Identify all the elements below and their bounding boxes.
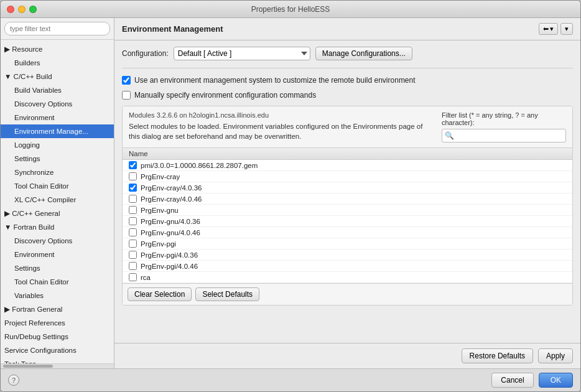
sidebar-item-service-configurations[interactable]: Service Configurations [1, 343, 114, 357]
maximize-button[interactable] [29, 6, 37, 13]
module-checkbox[interactable] [129, 184, 137, 192]
bottom-right-buttons: Cancel OK [491, 373, 573, 388]
sidebar-item-cpp-build[interactable]: ▼ C/C++ Build [1, 70, 114, 83]
restore-defaults-button[interactable]: Restore Defaults [462, 348, 533, 363]
modules-list-container: Name pmi/3.0.0=1.0000.8661.28.2807.gemPr… [123, 148, 572, 283]
sidebar-item-synchronize[interactable]: Synchronize [1, 166, 114, 179]
filter-input[interactable] [4, 22, 110, 35]
forward-button[interactable]: ▾ [560, 23, 573, 35]
tree-area: ▶ Resource Builders ▼ C/C++ Build Build … [1, 40, 114, 363]
module-checkbox[interactable] [129, 251, 137, 259]
sidebar-item-run-debug-settings[interactable]: Run/Debug Settings [1, 330, 114, 343]
sidebar-item-cpp-general[interactable]: ▶ C/C++ General [1, 207, 114, 220]
module-checkbox[interactable] [129, 206, 137, 214]
sidebar-item-discovery-options-1[interactable]: Discovery Options [1, 97, 114, 111]
sidebar-item-settings[interactable]: Settings [1, 152, 114, 166]
module-checkbox[interactable] [129, 195, 137, 203]
module-list-item: PrgEnv-cray/4.0.36 [123, 182, 572, 194]
manage-configurations-button[interactable]: Manage Configurations... [315, 47, 412, 60]
sidebar-item-tool-chain-editor-1[interactable]: Tool Chain Editor [1, 179, 114, 193]
module-name: PrgEnv-gnu/4.0.36 [141, 218, 200, 225]
module-checkbox[interactable] [129, 240, 137, 248]
sidebar-item-build-variables[interactable]: Build Variables [1, 83, 114, 97]
sidebar-item-logging[interactable]: Logging [1, 138, 114, 152]
sidebar-item-settings-2[interactable]: Settings [1, 261, 114, 275]
help-button[interactable]: ? [8, 375, 19, 386]
filter-box [1, 18, 114, 40]
window-title: Properties for HelloESS [251, 5, 330, 14]
sidebar-item-project-references[interactable]: Project References [1, 316, 114, 330]
clear-selection-button[interactable]: Clear Selection [128, 287, 192, 301]
sidebar: ▶ Resource Builders ▼ C/C++ Build Build … [1, 18, 114, 368]
cancel-button[interactable]: Cancel [491, 373, 533, 388]
modules-list: pmi/3.0.0=1.0000.8661.28.2807.gemPrgEnv-… [123, 160, 572, 283]
module-list-item: rca [123, 272, 572, 283]
sidebar-item-tool-chain-editor-2[interactable]: Tool Chain Editor [1, 275, 114, 289]
module-checkbox[interactable] [129, 161, 137, 169]
window: Properties for HelloESS ▶ Resource Build… [0, 0, 581, 392]
module-list-item: PrgEnv-cray/4.0.46 [123, 194, 572, 205]
module-checkbox[interactable] [129, 228, 137, 236]
sidebar-scrollbar-container [1, 363, 114, 368]
config-label: Configuration: [122, 49, 169, 58]
forward-icon: ▾ [565, 25, 569, 33]
traffic-lights [7, 6, 37, 13]
back-button[interactable]: ⬅ ▾ [539, 23, 558, 35]
sidebar-scrollbar[interactable] [3, 365, 53, 368]
config-select[interactable]: Default [ Active ] [174, 47, 310, 60]
filter-list-area: Filter list (* = any string, ? = any cha… [442, 111, 566, 142]
modules-buttons: Clear Selection Select Defaults [123, 283, 572, 305]
minimize-button[interactable] [18, 6, 26, 13]
module-list-item: pmi/3.0.0=1.0000.8661.28.2807.gem [123, 160, 572, 171]
manually-specify-row: Manually specify environment configurati… [122, 91, 573, 100]
nav-buttons: ⬅ ▾ ▾ [539, 23, 573, 35]
module-checkbox[interactable] [129, 217, 137, 225]
close-button[interactable] [7, 6, 14, 13]
title-bar: Properties for HelloESS [1, 1, 580, 18]
module-name: PrgEnv-cray/4.0.36 [141, 184, 202, 192]
panel-header: Environment Management ⬅ ▾ ▾ [114, 18, 580, 40]
use-env-management-checkbox[interactable] [122, 76, 131, 85]
panel-content: Configuration: Default [ Active ] Manage… [114, 40, 580, 343]
sidebar-item-builders[interactable]: Builders [1, 56, 114, 70]
filter-search-input[interactable] [454, 129, 563, 142]
module-list-item: PrgEnv-cray [123, 171, 572, 182]
modules-desc: Select modules to be loaded. Environment… [129, 121, 435, 141]
module-checkbox[interactable] [129, 172, 137, 180]
use-env-management-label: Use an environment management system to … [134, 76, 416, 85]
module-checkbox[interactable] [129, 262, 137, 270]
apply-button[interactable]: Apply [538, 348, 573, 363]
module-name: rca [141, 274, 151, 281]
modules-host: Modules 3.2.6.6 on h2ologin1.ncsa.illino… [129, 111, 435, 119]
module-name: PrgEnv-pgi [141, 240, 176, 248]
content-area: ▶ Resource Builders ▼ C/C++ Build Build … [1, 18, 580, 368]
modules-table-header: Name [123, 148, 572, 160]
sidebar-item-fortran-general[interactable]: ▶ Fortran General [1, 302, 114, 316]
module-list-item: PrgEnv-gnu/4.0.36 [123, 216, 572, 227]
sidebar-item-fortran-build[interactable]: ▼ Fortran Build [1, 220, 114, 234]
separator-1 [122, 68, 573, 68]
modules-info: Modules 3.2.6.6 on h2ologin1.ncsa.illino… [129, 111, 435, 141]
sidebar-item-variables[interactable]: Variables [1, 289, 114, 302]
manually-specify-checkbox[interactable] [122, 91, 131, 100]
ok-button[interactable]: OK [539, 373, 573, 388]
panel-title: Environment Management [122, 24, 223, 34]
module-name: PrgEnv-cray [141, 173, 180, 180]
sidebar-item-resource[interactable]: ▶ Resource [1, 42, 114, 56]
module-name: PrgEnv-gnu/4.0.46 [141, 229, 200, 236]
config-row: Configuration: Default [ Active ] Manage… [122, 47, 573, 60]
sidebar-item-discovery-options-2[interactable]: Discovery Options [1, 234, 114, 248]
bottom-bar: ? Cancel OK [1, 368, 580, 391]
module-checkbox[interactable] [129, 273, 137, 281]
sidebar-item-environment-manage[interactable]: Environment Manage... [1, 124, 114, 138]
manually-specify-label: Manually specify environment configurati… [134, 91, 316, 100]
use-env-management-row: Use an environment management system to … [122, 76, 573, 85]
sidebar-item-environment[interactable]: Environment [1, 111, 114, 124]
select-defaults-button[interactable]: Select Defaults [195, 287, 259, 301]
sidebar-item-xl-cpp-compiler[interactable]: XL C/C++ Compiler [1, 193, 114, 207]
name-column-header: Name [129, 150, 148, 157]
module-name: PrgEnv-pgi/4.0.36 [141, 251, 198, 259]
sidebar-item-environment-2[interactable]: Environment [1, 248, 114, 261]
sidebar-item-task-tags[interactable]: Task Tags [1, 357, 114, 363]
main-panel: Environment Management ⬅ ▾ ▾ Configurati… [114, 18, 580, 368]
